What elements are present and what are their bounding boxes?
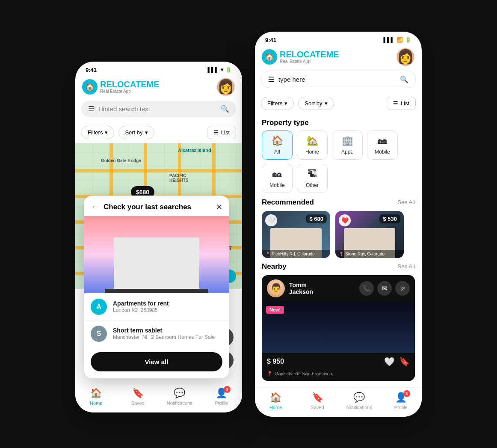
prop-type-appt[interactable]: 🏢 Appt.	[332, 131, 363, 160]
right-list-icon: ☰	[393, 100, 398, 107]
left-sortby-button[interactable]: Sort by ▾	[118, 126, 154, 139]
left-sort-chevron-icon: ▾	[145, 129, 148, 136]
right-notifications-icon: 💬	[353, 392, 365, 403]
left-logo: 🏠 RELOCATEME Real Estate App	[82, 79, 160, 95]
rec-card-1-image: 🤍 $ 680 📍 RichHills Rd, Colorado	[262, 211, 330, 258]
recommended-header: Recommended See All	[262, 198, 415, 207]
map-label-ggb: Golden Gate Bridge	[101, 158, 141, 163]
ls-item-2[interactable]: S Short term sablet Manchester, NH 2 Bed…	[84, 320, 229, 347]
ls-item1-sub: London K2 ,258985	[113, 307, 169, 314]
right-filters-button[interactable]: Filters ▾	[261, 97, 294, 110]
nearby-card[interactable]: 👨 TommJackson 📞 ✉ ⇗ New! $ 950 🤍	[262, 275, 415, 381]
right-avatar[interactable]	[396, 47, 415, 66]
recommended-title: Recommended	[262, 198, 314, 207]
property-types-grid: 🏠 All 🏡 Home 🏢 Appt. 🏘 Mobile 🏘 Mobile 🏗	[255, 131, 422, 198]
left-bottom-nav: 🏠 Home 🔖 Saved 💬 Notifications 👤 3 Profi…	[75, 383, 242, 412]
agent-message-button[interactable]: ✉	[377, 281, 392, 296]
nearby-pin-icon: 📍	[267, 371, 273, 377]
right-search-input[interactable]	[278, 76, 396, 83]
nearby-info-row: $ 950 🤍 🔖	[262, 353, 415, 371]
right-time: 9:41	[265, 37, 276, 43]
right-nav-profile[interactable]: 👤 3 Profile	[380, 392, 422, 410]
right-brand: RELOCATEME	[280, 50, 339, 59]
right-bottom-nav: 🏠 Home 🔖 Saved 💬 Notifications 👤 3 Profi…	[255, 387, 422, 417]
rec-card-1[interactable]: 🤍 $ 680 📍 RichHills Rd, Colorado	[262, 211, 330, 258]
scene: 9:41 ▌▌▌ ▾ 🔋 🏠 RELOCATEME Real Estate Ap…	[0, 0, 497, 448]
left-search-input[interactable]	[98, 105, 216, 113]
nearby-header: Nearby See All	[262, 262, 415, 271]
agent-avatar: 👨	[267, 279, 285, 297]
ls-item2-sub: Manchester, NH 2 Bedroom Homes For Sale	[113, 334, 215, 341]
left-saved-icon: 🔖	[132, 388, 144, 399]
map-label-pacific: PACIFICHEIGHTS	[169, 173, 188, 183]
ls-house-image	[84, 216, 229, 293]
ls-close-button[interactable]: ✕	[216, 202, 222, 212]
ls-title: Check your last searches	[104, 203, 211, 211]
nearby-title: Nearby	[262, 262, 287, 271]
left-notifications-icon: 💬	[174, 388, 185, 399]
right-list-button[interactable]: ☰ List	[387, 97, 416, 110]
location-pin-icon-2: 📍	[339, 252, 344, 256]
left-header: 🏠 RELOCATEME Real Estate App	[75, 75, 242, 101]
right-nav-saved[interactable]: 🔖 Saved	[297, 392, 339, 410]
ls-item1-title: Apartments for rent	[113, 300, 169, 307]
prop-type-mobile1[interactable]: 🏘 Mobile	[367, 131, 398, 160]
right-phone: 9:41 ▌▌▌ 📶 🔋 🏠 RELOCATEME Real Estate Ap…	[255, 32, 422, 417]
left-profile-icon: 👤 3	[216, 388, 227, 399]
rec-card-2[interactable]: ❤️ $ 530 📍 Stone Ray, Colorado	[335, 211, 404, 258]
prop-type-mobile2[interactable]: 🏘 Mobile	[262, 164, 293, 193]
rec-location-1: 📍 RichHills Rd, Colorado	[262, 250, 330, 258]
ls-item-1[interactable]: A Apartments for rent London K2 ,258985	[84, 293, 229, 320]
agent-call-button[interactable]: 📞	[359, 281, 374, 296]
rec-price-1: $ 680	[306, 214, 327, 223]
view-all-button[interactable]: View all	[91, 352, 222, 371]
left-status-icons: ▌▌▌ ▾ 🔋	[207, 67, 232, 73]
nearby-agent-row: 👨 TommJackson 📞 ✉ ⇗	[262, 275, 415, 302]
left-filters-button[interactable]: Filters ▾	[81, 126, 114, 139]
right-nav-notifications[interactable]: 💬 Notifications	[338, 392, 380, 410]
left-logo-text: RELOCATEME Real Estate App	[100, 80, 160, 94]
right-nav-home[interactable]: 🏠 Home	[255, 392, 297, 410]
right-hamburger-icon: ☰	[268, 75, 274, 83]
left-avatar[interactable]	[216, 77, 235, 96]
left-nav-home[interactable]: 🏠 Home	[75, 388, 117, 406]
left-nav-notifications[interactable]: 💬 Notifications	[159, 388, 201, 406]
all-icon: 🏠	[272, 135, 283, 146]
location-pin-icon-1: 📍	[265, 252, 270, 256]
prop-type-other[interactable]: 🏗 Other	[297, 164, 328, 193]
left-logo-icon: 🏠	[82, 79, 98, 95]
agent-name: TommJackson	[289, 282, 355, 295]
left-status-bar: 9:41 ▌▌▌ ▾ 🔋	[75, 62, 242, 75]
right-search-icon[interactable]: 🔍	[400, 75, 408, 83]
left-phone: 9:41 ▌▌▌ ▾ 🔋 🏠 RELOCATEME Real Estate Ap…	[75, 62, 242, 412]
recommended-section: Recommended See All 🤍 $ 680 📍 RichHills …	[255, 198, 422, 258]
prop-type-all[interactable]: 🏠 All	[262, 131, 293, 160]
left-logo-sub: Real Estate App	[100, 89, 160, 94]
prop-type-home[interactable]: 🏡 Home	[297, 131, 328, 160]
left-search-bar[interactable]: ☰ 🔍	[81, 101, 236, 117]
left-nav-profile[interactable]: 👤 3 Profile	[201, 388, 243, 406]
rec-cards-list: 🤍 $ 680 📍 RichHills Rd, Colorado ❤️ $ 53…	[262, 211, 415, 258]
left-search-icon[interactable]: 🔍	[221, 105, 229, 113]
mobile1-icon: 🏘	[378, 135, 387, 146]
left-time: 9:41	[86, 67, 97, 73]
appt-icon: 🏢	[342, 135, 353, 146]
right-sortby-button[interactable]: Sort by ▾	[298, 97, 334, 110]
ls-back-button[interactable]: ←	[91, 202, 98, 211]
ls-item2-title: Short term sablet	[113, 326, 215, 334]
rec-heart-1[interactable]: 🤍	[265, 214, 277, 226]
right-home-icon: 🏠	[270, 392, 281, 403]
rec-heart-2[interactable]: ❤️	[339, 214, 351, 226]
nearby-see-all[interactable]: See All	[398, 263, 415, 270]
agent-share-button[interactable]: ⇗	[395, 281, 410, 296]
right-header: 🏠 RELOCATEME Real Estate App	[255, 45, 422, 71]
recommended-see-all[interactable]: See All	[398, 199, 415, 205]
right-search-bar[interactable]: ☰ 🔍	[261, 71, 416, 88]
mobile2-icon: 🏘	[272, 169, 282, 180]
right-logo: 🏠 RELOCATEME Real Estate App	[262, 49, 339, 65]
nearby-bookmark-button[interactable]: 🔖	[399, 356, 410, 367]
nearby-heart-button[interactable]: 🤍	[384, 356, 395, 367]
left-list-button[interactable]: ☰ List	[207, 126, 236, 139]
right-profile-icon: 👤 3	[395, 392, 407, 403]
left-nav-saved[interactable]: 🔖 Saved	[117, 388, 159, 406]
